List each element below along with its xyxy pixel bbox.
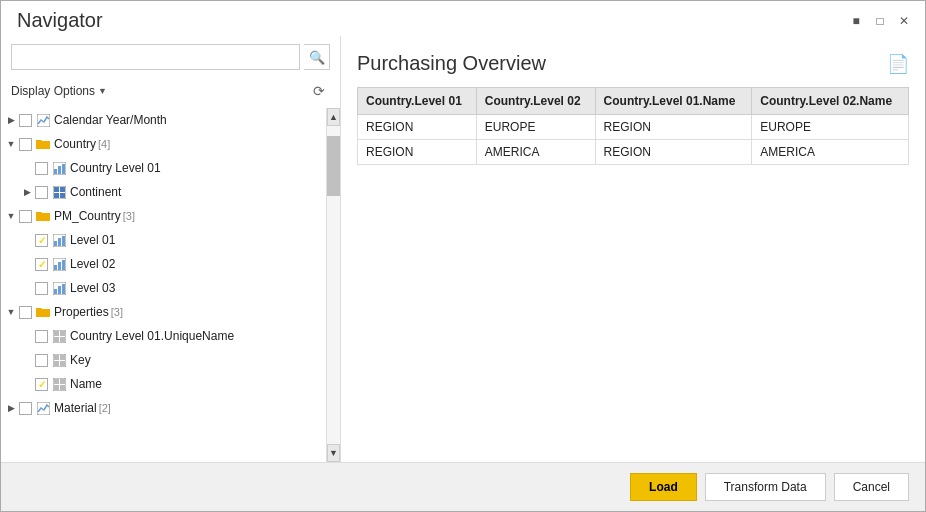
tree-item-label: Level 03 bbox=[70, 281, 115, 295]
load-button[interactable]: Load bbox=[630, 473, 697, 501]
display-options-button[interactable]: Display Options ▼ bbox=[11, 84, 107, 98]
checkbox[interactable]: ✓ bbox=[35, 258, 48, 271]
tree-item-level-01[interactable]: ✓Level 01 bbox=[1, 228, 326, 252]
expand-button[interactable]: ▼ bbox=[5, 210, 17, 222]
table-header-cell: Country.Level 02.Name bbox=[752, 88, 909, 115]
checkbox[interactable] bbox=[19, 138, 32, 151]
tree-item-pm-country[interactable]: ▼PM_Country [3] bbox=[1, 204, 326, 228]
expand-button[interactable]: ▼ bbox=[5, 306, 17, 318]
table-cell: REGION bbox=[595, 140, 752, 165]
expand-button[interactable]: ▶ bbox=[5, 402, 17, 414]
checkbox[interactable] bbox=[35, 282, 48, 295]
svg-rect-16 bbox=[58, 262, 61, 270]
tree-item-properties[interactable]: ▼Properties [3] bbox=[1, 300, 326, 324]
folder-icon bbox=[35, 136, 51, 152]
checkbox[interactable]: ✓ bbox=[35, 378, 48, 391]
display-options-bar: Display Options ▼ ⟳ bbox=[1, 78, 340, 108]
main-content: 🔍 Display Options ▼ ⟳ ▶Calendar Year/Mon… bbox=[1, 36, 925, 462]
dropdown-arrow-icon: ▼ bbox=[98, 86, 107, 96]
svg-rect-7 bbox=[60, 187, 65, 192]
checkbox[interactable] bbox=[35, 354, 48, 367]
search-input[interactable] bbox=[11, 44, 300, 70]
tree-item-label: PM_Country bbox=[54, 209, 121, 223]
tree-item-count: [2] bbox=[99, 402, 111, 414]
svg-rect-8 bbox=[54, 193, 59, 198]
tree-item-key[interactable]: Key bbox=[1, 348, 326, 372]
checkbox[interactable] bbox=[35, 162, 48, 175]
cancel-button[interactable]: Cancel bbox=[834, 473, 909, 501]
table-row: REGIONEUROPEREGIONEUROPE bbox=[358, 115, 909, 140]
scroll-thumb-area bbox=[327, 126, 340, 444]
table-cell: EUROPE bbox=[476, 115, 595, 140]
tree-item-label: Calendar Year/Month bbox=[54, 113, 167, 127]
left-panel: 🔍 Display Options ▼ ⟳ ▶Calendar Year/Mon… bbox=[1, 36, 341, 462]
transform-data-button[interactable]: Transform Data bbox=[705, 473, 826, 501]
tree-item-country-level-01[interactable]: Country Level 01 bbox=[1, 156, 326, 180]
tree-item-label: Level 01 bbox=[70, 233, 115, 247]
svg-rect-30 bbox=[54, 361, 59, 366]
svg-rect-28 bbox=[54, 355, 59, 360]
checkbox[interactable] bbox=[19, 210, 32, 223]
scrollbar-panel: ▲ ▼ bbox=[326, 108, 340, 462]
line-chart-icon bbox=[35, 400, 51, 416]
tree-item-continent[interactable]: ▶Continent bbox=[1, 180, 326, 204]
footer: Load Transform Data Cancel bbox=[1, 462, 925, 511]
scroll-down-button[interactable]: ▼ bbox=[327, 444, 340, 462]
expand-button[interactable]: ▶ bbox=[21, 186, 33, 198]
preview-header: Purchasing Overview 📄 bbox=[357, 52, 909, 75]
expand-button[interactable]: ▶ bbox=[5, 114, 17, 126]
refresh-icon[interactable]: ⟳ bbox=[308, 80, 330, 102]
title-bar: Navigator ■ □ ✕ bbox=[1, 1, 925, 36]
svg-rect-2 bbox=[54, 169, 57, 174]
right-panel: Purchasing Overview 📄 Country.Level 01Co… bbox=[341, 36, 925, 462]
tree-item-label: Continent bbox=[70, 185, 121, 199]
checkbox[interactable]: ✓ bbox=[35, 234, 48, 247]
grid-blue-icon bbox=[51, 184, 67, 200]
checkbox[interactable] bbox=[19, 114, 32, 127]
table-row: REGIONAMERICAREGIONAMERICA bbox=[358, 140, 909, 165]
tree-item-country[interactable]: ▼Country [4] bbox=[1, 132, 326, 156]
svg-rect-9 bbox=[60, 193, 65, 198]
table-cell: EUROPE bbox=[752, 115, 909, 140]
svg-rect-0 bbox=[37, 114, 50, 127]
table-header-cell: Country.Level 01 bbox=[358, 88, 477, 115]
data-table: Country.Level 01Country.Level 02Country.… bbox=[357, 87, 909, 165]
tree-item-label: Name bbox=[70, 377, 102, 391]
tree-item-label: Key bbox=[70, 353, 91, 367]
svg-rect-23 bbox=[54, 331, 59, 336]
svg-rect-15 bbox=[54, 265, 57, 270]
scroll-thumb[interactable] bbox=[327, 136, 340, 196]
preview-refresh-icon[interactable]: 📄 bbox=[887, 53, 909, 75]
tree-item-level-03[interactable]: Level 03 bbox=[1, 276, 326, 300]
scroll-up-button[interactable]: ▲ bbox=[327, 108, 340, 126]
table-cell: AMERICA bbox=[476, 140, 595, 165]
checkbox[interactable] bbox=[19, 306, 32, 319]
table-cell: REGION bbox=[358, 115, 477, 140]
tree-scroll-wrapper: ▶Calendar Year/Month▼Country [4]Country … bbox=[1, 108, 340, 462]
checkbox[interactable] bbox=[35, 330, 48, 343]
table-cell: AMERICA bbox=[752, 140, 909, 165]
checkbox[interactable] bbox=[19, 402, 32, 415]
minimize-button[interactable]: ■ bbox=[847, 12, 865, 30]
svg-rect-12 bbox=[58, 238, 61, 246]
tree-item-material[interactable]: ▶Material [2] bbox=[1, 396, 326, 420]
tree-item-country-level-unique[interactable]: Country Level 01.UniqueName bbox=[1, 324, 326, 348]
grid-gray-icon bbox=[51, 328, 67, 344]
tree-item-level-02[interactable]: ✓Level 02 bbox=[1, 252, 326, 276]
tree-item-name[interactable]: ✓Name bbox=[1, 372, 326, 396]
search-icon[interactable]: 🔍 bbox=[304, 44, 330, 70]
folder-icon bbox=[35, 208, 51, 224]
close-button[interactable]: ✕ bbox=[895, 12, 913, 30]
folder-icon bbox=[35, 304, 51, 320]
tree-item-calendar[interactable]: ▶Calendar Year/Month bbox=[1, 108, 326, 132]
preview-title: Purchasing Overview bbox=[357, 52, 546, 75]
maximize-button[interactable]: □ bbox=[871, 12, 889, 30]
expand-button[interactable]: ▼ bbox=[5, 138, 17, 150]
svg-rect-21 bbox=[62, 284, 65, 294]
checkbox[interactable] bbox=[35, 186, 48, 199]
svg-rect-3 bbox=[58, 166, 61, 174]
svg-rect-35 bbox=[54, 385, 59, 390]
tree-item-count: [4] bbox=[98, 138, 110, 150]
svg-rect-37 bbox=[37, 402, 50, 415]
title-bar-controls: ■ □ ✕ bbox=[847, 12, 913, 30]
